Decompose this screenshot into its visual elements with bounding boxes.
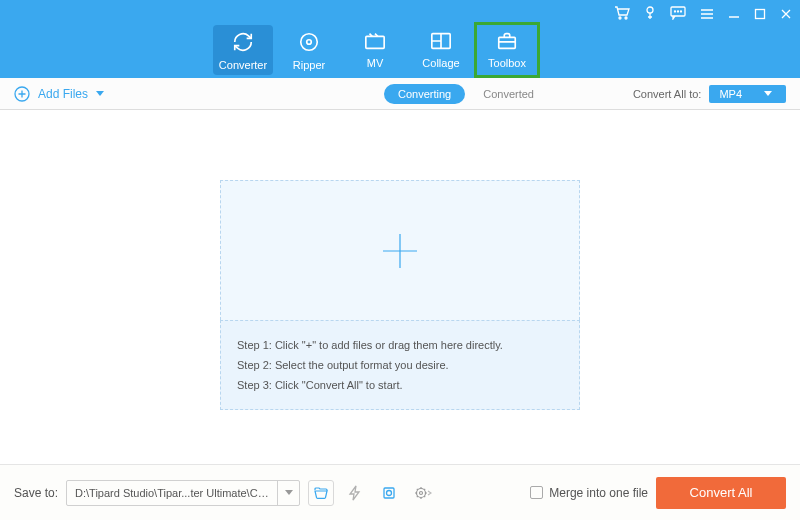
step-text: Step 1: Click "+" to add files or drag t… (237, 339, 563, 351)
output-path-select[interactable]: D:\Tipard Studio\Tipar...ter Ultimate\Co… (66, 480, 300, 506)
nav-mv[interactable]: MV (345, 25, 405, 75)
format-value: MP4 (719, 88, 742, 100)
chevron-down-icon (96, 91, 104, 96)
save-to-label: Save to: (14, 486, 58, 500)
main-area: Step 1: Click "+" to add files or drag t… (0, 110, 800, 464)
nav-ripper[interactable]: Ripper (279, 25, 339, 75)
tab-converted[interactable]: Converted (483, 88, 534, 100)
merge-checkbox[interactable]: Merge into one file (530, 486, 648, 500)
tab-converting[interactable]: Converting (384, 84, 465, 104)
add-files-label: Add Files (38, 87, 88, 101)
nav-toolbox[interactable]: Toolbox (477, 25, 537, 75)
nav-label: Ripper (293, 59, 325, 71)
nav-label: Collage (422, 57, 459, 69)
svg-point-2 (647, 7, 653, 13)
path-dropdown-toggle[interactable] (277, 481, 299, 505)
add-files-button[interactable]: Add Files (14, 86, 104, 102)
status-tabs: Converting Converted (384, 84, 534, 104)
svg-point-15 (387, 490, 392, 495)
minimize-icon[interactable] (728, 6, 740, 24)
chevron-down-icon (285, 490, 293, 495)
nav-label: MV (367, 57, 384, 69)
dropzone-add-area[interactable] (220, 180, 580, 320)
step-text: Step 3: Click "Convert All" to start. (237, 379, 563, 391)
plus-icon (377, 228, 423, 274)
maximize-icon[interactable] (754, 6, 766, 24)
nav-converter[interactable]: Converter (213, 25, 273, 75)
svg-point-16 (417, 488, 426, 497)
feedback-icon[interactable] (670, 6, 686, 24)
hardware-accel-button[interactable] (342, 480, 368, 506)
key-icon[interactable] (644, 6, 656, 24)
svg-rect-7 (756, 10, 765, 19)
svg-point-9 (307, 40, 312, 45)
gpu-button[interactable] (376, 480, 402, 506)
main-nav: Converter Ripper MV Collage Toolbox (213, 25, 543, 75)
dropzone-instructions: Step 1: Click "+" to add files or drag t… (220, 320, 580, 410)
convert-all-button[interactable]: Convert All (656, 477, 786, 509)
format-select[interactable]: MP4 (709, 85, 786, 103)
svg-point-5 (678, 11, 679, 12)
chevron-down-icon (764, 91, 772, 96)
nav-label: Toolbox (488, 57, 526, 69)
dropzone[interactable]: Step 1: Click "+" to add files or drag t… (220, 180, 580, 410)
nav-collage[interactable]: Collage (411, 25, 471, 75)
menu-icon[interactable] (700, 6, 714, 24)
checkbox-icon (530, 486, 543, 499)
sub-toolbar: Add Files Converting Converted Convert A… (0, 78, 800, 110)
svg-point-17 (420, 491, 423, 494)
svg-rect-10 (366, 36, 384, 48)
step-text: Step 2: Select the output format you des… (237, 359, 563, 371)
svg-rect-12 (499, 37, 516, 48)
svg-point-8 (301, 34, 318, 51)
output-path-value: D:\Tipard Studio\Tipar...ter Ultimate\Co… (67, 487, 277, 499)
svg-point-4 (675, 11, 676, 12)
merge-label: Merge into one file (549, 486, 648, 500)
open-folder-button[interactable] (308, 480, 334, 506)
svg-point-1 (625, 17, 627, 19)
app-header: Converter Ripper MV Collage Toolbox (0, 0, 800, 78)
close-icon[interactable] (780, 6, 792, 24)
system-toolbar (614, 6, 792, 24)
nav-label: Converter (219, 59, 267, 71)
svg-point-6 (681, 11, 682, 12)
svg-rect-14 (384, 488, 394, 498)
settings-button[interactable] (410, 480, 436, 506)
cart-icon[interactable] (614, 6, 630, 24)
convert-all-to-label: Convert All to: (633, 88, 701, 100)
footer-bar: Save to: D:\Tipard Studio\Tipar...ter Ul… (0, 464, 800, 520)
convert-all-format: Convert All to: MP4 (633, 85, 786, 103)
svg-point-0 (619, 17, 621, 19)
